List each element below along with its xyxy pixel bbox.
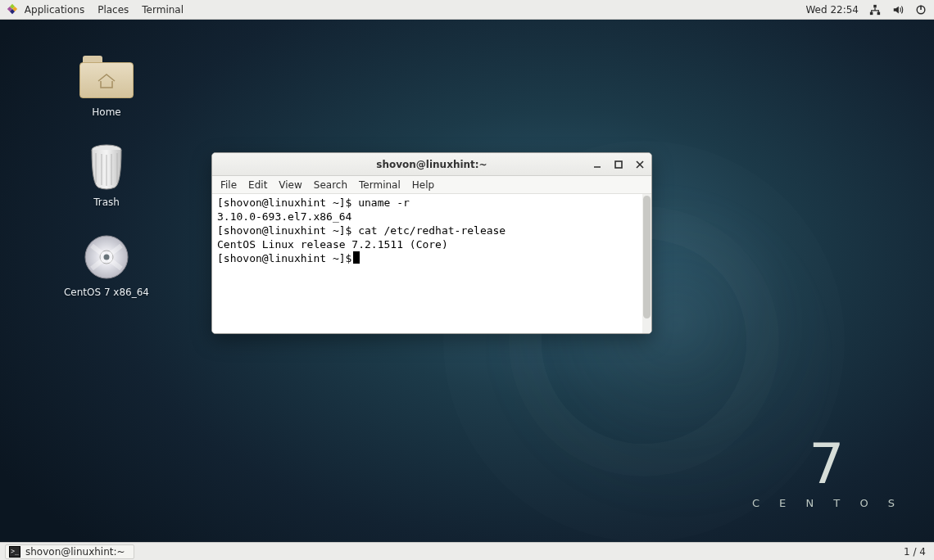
terminal-line: [shovon@linuxhint ~]$ cat /etc/redhat-re… [217, 224, 506, 237]
terminal-icon: >_ [9, 546, 20, 558]
window-minimize-button[interactable] [591, 158, 604, 171]
menu-applications-label: Applications [25, 4, 84, 16]
terminal-window[interactable]: shovon@linuxhint:~ File Edit View Search… [211, 152, 652, 334]
desktop-icon-trash[interactable]: Trash [57, 142, 156, 208]
menubar-help[interactable]: Help [412, 179, 434, 191]
centos-logo-icon [7, 3, 18, 15]
menubar-edit[interactable]: Edit [248, 179, 267, 191]
desktop-icon-cd-label: CentOS 7 x86_64 [64, 287, 149, 298]
menu-terminal[interactable]: Terminal [142, 4, 184, 16]
desktop-icon-home[interactable]: Home [57, 52, 156, 118]
menubar-view[interactable]: View [279, 179, 302, 191]
folder-home-icon [77, 52, 136, 102]
terminal-line: 3.10.0-693.el7.x86_64 [217, 210, 351, 223]
desktop[interactable]: Home Trash [0, 20, 934, 542]
clock[interactable]: Wed 22:54 [805, 4, 859, 16]
terminal-scrollbar[interactable] [642, 194, 651, 333]
network-icon[interactable] [868, 3, 882, 16]
window-titlebar[interactable]: shovon@linuxhint:~ [212, 153, 651, 176]
volume-icon[interactable] [891, 3, 905, 16]
bottom-panel: >_ shovon@linuxhint:~ 1 / 4 [0, 542, 934, 560]
menubar-file[interactable]: File [220, 179, 237, 191]
taskbar-item-terminal[interactable]: >_ shovon@linuxhint:~ [5, 544, 134, 559]
window-maximize-button[interactable] [612, 158, 625, 171]
menubar-search[interactable]: Search [314, 179, 347, 191]
wallpaper-name: C E N T O S [752, 497, 903, 509]
workspace-indicator[interactable]: 1 / 4 [904, 546, 929, 558]
disc-icon [77, 233, 136, 282]
desktop-icon-trash-label: Trash [93, 196, 120, 208]
terminal-menubar: File Edit View Search Terminal Help [212, 176, 651, 194]
svg-rect-4 [873, 4, 877, 7]
svg-rect-5 [870, 11, 873, 15]
desktop-icon-home-label: Home [92, 106, 120, 118]
terminal-line: [shovon@linuxhint ~]$ uname -r [217, 196, 410, 209]
menu-places[interactable]: Places [97, 4, 129, 16]
wallpaper-brand: 7 C E N T O S [752, 436, 903, 509]
taskbar-item-label: shovon@linuxhint:~ [25, 546, 125, 558]
trash-icon [77, 142, 136, 192]
desktop-icon-cd[interactable]: CentOS 7 x86_64 [57, 233, 156, 298]
power-icon[interactable] [914, 3, 927, 16]
terminal-line: [shovon@linuxhint ~]$ [217, 252, 351, 264]
menu-applications[interactable]: Applications [7, 3, 84, 16]
window-close-button[interactable] [633, 158, 646, 171]
svg-rect-6 [877, 11, 881, 15]
window-title: shovon@linuxhint:~ [212, 159, 651, 170]
terminal-cursor [353, 251, 360, 264]
terminal-line: CentOS Linux release 7.2.1511 (Core) [217, 238, 448, 251]
menubar-terminal[interactable]: Terminal [359, 179, 401, 191]
scrollbar-thumb[interactable] [643, 196, 651, 318]
top-panel: Applications Places Terminal Wed 22:54 [0, 0, 934, 20]
wallpaper-version: 7 [752, 436, 903, 492]
terminal-body[interactable]: [shovon@linuxhint ~]$ uname -r 3.10.0-69… [212, 194, 651, 333]
svg-rect-14 [615, 161, 622, 168]
